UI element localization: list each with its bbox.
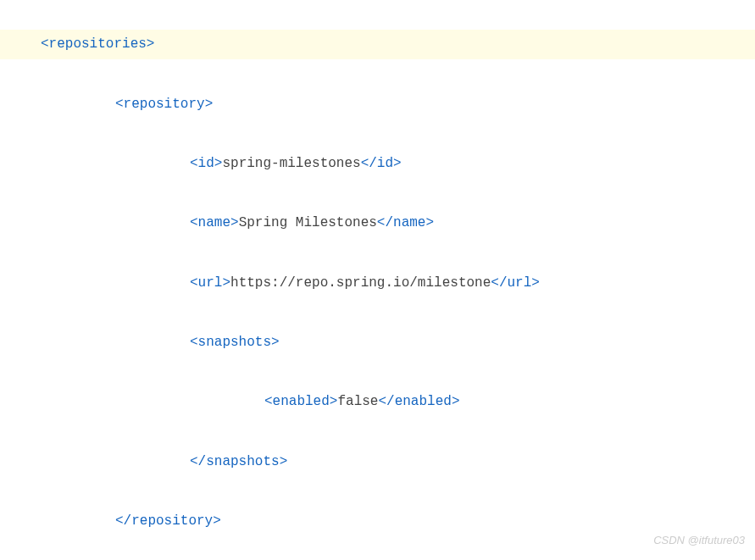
- watermark-text: CSDN @itfuture03: [653, 529, 745, 553]
- code-line: <url>https://repo.spring.io/milestone</u…: [0, 269, 755, 298]
- xml-tag: id: [198, 156, 214, 171]
- code-line: <name>Spring Milestones</name>: [0, 208, 755, 238]
- xml-tag: url: [198, 275, 223, 291]
- xml-text: false: [337, 394, 378, 409]
- code-line: </repository>: [0, 507, 755, 536]
- xml-text: https://repo.spring.io/milestone: [230, 275, 491, 291]
- code-line: <repository>: [0, 90, 755, 119]
- xml-tag: id: [377, 156, 393, 171]
- code-line-highlighted: <repositories>: [0, 30, 755, 59]
- code-line: <id>spring-milestones</id>: [0, 149, 755, 179]
- code-line: <snapshots>: [0, 328, 755, 358]
- xml-tag: repositories: [49, 36, 147, 52]
- code-line: </snapshots>: [0, 447, 755, 477]
- xml-tag: name: [198, 215, 230, 230]
- xml-tag: enabled: [273, 394, 330, 409]
- xml-code-block: <repositories> <repository> <id>spring-m…: [0, 0, 755, 560]
- xml-tag: name: [393, 215, 425, 230]
- xml-text: Spring Milestones: [239, 215, 377, 230]
- xml-tag: snapshots: [206, 454, 279, 469]
- xml-tag: url: [507, 275, 531, 291]
- xml-tag: repository: [131, 513, 213, 529]
- xml-tag: repository: [124, 97, 205, 112]
- code-line: <enabled>false</enabled>: [0, 387, 755, 417]
- xml-tag: snapshots: [198, 335, 271, 350]
- xml-text: spring-milestones: [222, 156, 360, 171]
- xml-tag: enabled: [395, 394, 452, 409]
